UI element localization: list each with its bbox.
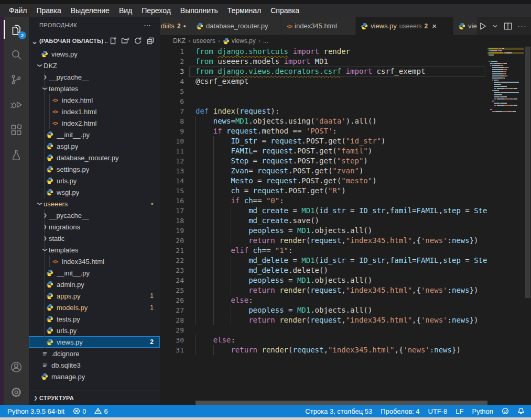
menu-Вид[interactable]: Вид	[114, 4, 137, 17]
collapse-all-icon[interactable]	[146, 37, 155, 45]
sidebar-more-actions-icon[interactable]: ⋯	[144, 21, 151, 29]
code-line-29[interactable]: 29	[160, 325, 487, 335]
status-feedback[interactable]	[502, 407, 509, 415]
breadcrumb-views.py[interactable]: views.py	[223, 37, 256, 45]
tree-item-useeers[interactable]: ❯useeers●	[29, 198, 160, 209]
tree-item-asgi.py[interactable]: asgi.py	[29, 140, 160, 152]
menu-Выделение[interactable]: Выделение	[66, 4, 114, 17]
more-icon[interactable]: ···	[517, 24, 527, 29]
chevron-down-icon[interactable]	[492, 23, 499, 29]
tree-item-__pycache__[interactable]: ❯__pycache__	[29, 71, 160, 83]
menu-Переход[interactable]: Переход	[137, 4, 176, 17]
status-Python 3.9.5 64-bit[interactable]: Python 3.9.5 64-bit	[7, 407, 64, 415]
activity-extensions-icon[interactable]	[4, 117, 29, 142]
tree-item-admin.py[interactable]: admin.py	[29, 279, 160, 290]
tree-item-.dcignore[interactable]: .dcignore	[29, 348, 160, 359]
status-Python[interactable]: Python	[472, 407, 493, 415]
menu-Выполнить[interactable]: Выполнить	[176, 4, 223, 17]
breadcrumb-DKZ[interactable]: DKZ	[173, 37, 186, 45]
workspace-section-header[interactable]: ⌄ (РАБОЧАЯ ОБЛАСТЬ) ...	[29, 35, 160, 47]
tree-item-db.sqlite3[interactable]: db.sqlite3	[29, 359, 160, 371]
activity-account-icon[interactable]	[4, 355, 29, 380]
activity-source-control-icon[interactable]	[4, 67, 29, 92]
tree-item-views.py[interactable]: views.py	[29, 48, 160, 60]
code-line-5[interactable]: 5	[160, 86, 487, 96]
code-line-23[interactable]: 23 md_delete.delete()	[160, 266, 487, 275]
tree-item-__init__.py[interactable]: __init__.py	[29, 267, 160, 279]
status-Строка 3, столбец 53[interactable]: Строка 3, столбец 53	[305, 407, 372, 415]
code-line-14[interactable]: 14 Mesto = request.POST.get("mesto")	[160, 176, 487, 186]
code-line-27[interactable]: 27 peopless = MD1.objects.all()	[160, 305, 487, 315]
tree-item-views.py[interactable]: views.py2	[29, 336, 160, 348]
new-file-icon[interactable]	[109, 37, 117, 45]
code-line-10[interactable]: 10 ID_str = request.POST.get("id_str")	[160, 136, 487, 146]
close-icon[interactable]: ×	[432, 21, 437, 30]
tree-item-wsgi.py[interactable]: wsgi.py	[29, 186, 160, 198]
menu-Справка[interactable]: Справка	[266, 4, 304, 17]
tree-item-urls.py[interactable]: urls.py	[29, 175, 160, 186]
code-line-20[interactable]: 20 return render(request,"index345.html"…	[160, 236, 487, 246]
code-line-21[interactable]: 21 elif ch== "1":	[160, 246, 487, 256]
tab-vie[interactable]: vie	[453, 17, 478, 35]
code-line-16[interactable]: 16 if ch== "0":	[160, 196, 487, 206]
code-line-1[interactable]: 1from django.shortcuts import render	[160, 47, 487, 57]
tree-item-migrations[interactable]: ❯migrations	[29, 221, 160, 233]
menu-Терминал[interactable]: Терминал	[223, 4, 266, 17]
minimap[interactable]	[487, 48, 524, 113]
tree-item-manage.py[interactable]: manage.py	[29, 371, 160, 382]
status-error[interactable]: 0	[73, 407, 86, 415]
code-line-9[interactable]: 9 if request.method == 'POST':	[160, 126, 487, 136]
run-icon[interactable]	[478, 21, 487, 31]
menu-Файл[interactable]: Файл	[4, 4, 31, 17]
code-line-4[interactable]: 4@csrf_exempt	[160, 76, 487, 86]
tree-item-templates[interactable]: ❯templates	[29, 244, 160, 256]
menu-Правка[interactable]: Правка	[31, 4, 66, 17]
split-editor-icon[interactable]	[503, 21, 513, 31]
tree-item-__pycache__[interactable]: ❯__pycache__	[29, 209, 160, 221]
code-line-7[interactable]: 7def index(request):	[160, 106, 487, 116]
code-line-17[interactable]: 17 md_create = MD1(id_str = ID_str,famil…	[160, 206, 487, 216]
horizontal-scrollbar[interactable]	[196, 401, 487, 405]
code-line-2[interactable]: 2from useeers.models import MD1	[160, 57, 487, 67]
status-Пробелов: 4[interactable]: Пробелов: 4	[381, 407, 419, 415]
new-folder-icon[interactable]	[121, 37, 129, 45]
status-warning[interactable]: 6	[94, 407, 107, 415]
activity-run-debug-icon[interactable]	[4, 92, 29, 117]
breadcrumb-useeers[interactable]: useeers	[193, 37, 215, 45]
activity-settings-icon[interactable]	[4, 380, 29, 405]
tree-item-settings.py[interactable]: settings.py	[29, 163, 160, 175]
refresh-icon[interactable]	[134, 37, 142, 45]
code-line-15[interactable]: 15 ch = request.POST.get("R")	[160, 186, 487, 196]
dirty-dot-icon[interactable]: ●	[183, 24, 186, 29]
activity-search-icon[interactable]	[4, 42, 29, 67]
tree-item-index2.html[interactable]: <>index2.html	[29, 117, 160, 129]
code-line-25[interactable]: 25 return render(request,"index345.html"…	[160, 285, 487, 295]
code-line-31[interactable]: 31 return render(request,"index345.html"…	[160, 345, 487, 355]
code-line-6[interactable]: 6	[160, 96, 487, 106]
tree-item-index.html[interactable]: <>index.html	[29, 94, 160, 106]
tree-item-index345.html[interactable]: <>index345.html	[29, 256, 160, 267]
code-line-12[interactable]: 12 Step = request.POST.get("step")	[160, 156, 487, 166]
code-line-26[interactable]: 26 else:	[160, 295, 487, 305]
tree-item-tests.py[interactable]: tests.py	[29, 313, 160, 325]
code-line-28[interactable]: 28 return render(request,"index345.html"…	[160, 315, 487, 325]
vertical-scrollbar[interactable]	[525, 47, 531, 405]
tree-item-models.py[interactable]: models.py1	[29, 302, 160, 313]
code-line-22[interactable]: 22 md_delete = MD1(id_str = ID_str,famil…	[160, 256, 487, 266]
tab-diiits[interactable]: diiits2●	[160, 17, 191, 35]
breadcrumb-...[interactable]: ...	[263, 37, 268, 45]
code-line-8[interactable]: 8 news=MD1.objects.using('daata').all()	[160, 116, 487, 126]
activity-explorer-icon[interactable]: 2	[4, 17, 29, 42]
code-line-13[interactable]: 13 Zvan= request.POST.get("zvan")	[160, 166, 487, 176]
tree-item-apps.py[interactable]: apps.py1	[29, 290, 160, 302]
code-line-24[interactable]: 24 peopless = MD1.objects.all()	[160, 275, 487, 285]
activity-testing-icon[interactable]	[4, 142, 29, 168]
tree-item-database_roouter.py[interactable]: database_roouter.py	[29, 152, 160, 163]
code-line-3[interactable]: 3from django.views.decorators.csrf impor…	[160, 67, 487, 76]
status-bell[interactable]	[517, 407, 525, 415]
tree-item-index1.html[interactable]: <>index1.html	[29, 106, 160, 117]
tab-database_roouter.py[interactable]: database_roouter.py	[191, 17, 282, 35]
code-line-11[interactable]: 11 FAMIL= request.POST.get("famil")	[160, 146, 487, 156]
tree-item-templates[interactable]: ❯templates	[29, 83, 160, 94]
tree-item-urls.py[interactable]: urls.py	[29, 325, 160, 336]
